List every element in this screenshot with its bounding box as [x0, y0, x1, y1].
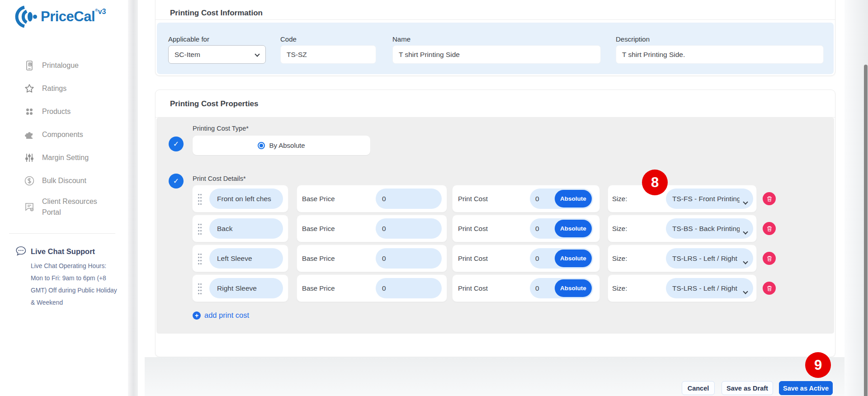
print-details-label: Print Cost Details*: [193, 175, 246, 182]
trash-icon: [766, 285, 773, 292]
size-label: Size:: [612, 215, 627, 242]
properties-card-title: Printing Cost Properties: [170, 99, 259, 108]
print-name-input[interactable]: Right Sleeve: [209, 278, 283, 298]
logo-version: ®v3: [95, 8, 106, 16]
sidebar-item-label: Components: [42, 129, 83, 140]
size-select[interactable]: TS-LRS - Left / Right F: [666, 248, 753, 269]
applicable-for-select[interactable]: SC-Item: [168, 45, 266, 64]
sidebar-item-margin-setting[interactable]: Margin Setting: [24, 150, 110, 165]
products-grid-icon: [24, 106, 35, 117]
add-print-cost-label: add print cost: [204, 311, 249, 320]
name-value: T shirt Printing Side: [399, 51, 460, 59]
base-price-label: Base Price: [302, 245, 335, 272]
sliders-icon: [24, 152, 35, 163]
size-label: Size:: [612, 245, 627, 272]
print-name-input[interactable]: Front on left ches: [209, 189, 283, 209]
drag-handle-icon[interactable]: [198, 193, 202, 205]
cancel-button[interactable]: Cancel: [682, 381, 715, 395]
print-cost-label: Print Cost: [458, 245, 488, 272]
size-card: Size: TS-LRS - Left / Right F: [608, 245, 757, 272]
absolute-toggle-button[interactable]: Absolute: [555, 190, 592, 207]
cost-type-label: Printing Cost Type*: [193, 125, 249, 132]
print-name-card: Back: [192, 215, 288, 242]
chevron-down-icon: [255, 52, 259, 57]
print-name-input[interactable]: Back: [209, 218, 283, 239]
print-cost-input[interactable]: 0 Absolute: [530, 248, 593, 269]
print-cost-input[interactable]: 0 Absolute: [530, 189, 593, 209]
add-print-cost-link[interactable]: + add print cost: [193, 311, 249, 320]
drag-handle-icon[interactable]: [198, 253, 202, 265]
print-cost-card: Print Cost 0 Absolute: [452, 245, 600, 272]
size-label: Size:: [612, 275, 627, 302]
size-card: Size: TS-FS - Front Printing: [608, 185, 757, 212]
save-as-active-button[interactable]: Save as Active: [779, 381, 833, 395]
absolute-toggle-button[interactable]: Absolute: [555, 279, 592, 297]
print-cost-card: Print Cost 0 Absolute: [452, 185, 600, 212]
page-scrollbar-thumb[interactable]: [864, 65, 868, 396]
size-label: Size:: [612, 185, 627, 212]
size-select[interactable]: TS-LRS - Left / Right F: [666, 278, 753, 298]
sidebar-item-label: Products: [42, 106, 71, 117]
info-card-divider: [156, 19, 835, 20]
base-price-label: Base Price: [302, 185, 335, 212]
base-price-input[interactable]: 0: [376, 189, 442, 209]
delete-row-button[interactable]: [763, 222, 776, 235]
base-price-card: Base Price 0: [297, 245, 447, 272]
sidebar-item-ratings[interactable]: Ratings: [24, 81, 110, 96]
sidebar-item-label: Printalogue: [42, 60, 79, 71]
delete-row-button[interactable]: [763, 192, 776, 205]
base-price-input[interactable]: 0: [376, 248, 442, 269]
trash-icon: [766, 226, 773, 232]
info-card-title: Printing Cost Information: [170, 9, 263, 18]
delete-row-button[interactable]: [763, 252, 776, 265]
base-price-card: Base Price 0: [297, 274, 447, 302]
sidebar-item-products[interactable]: Products: [24, 104, 110, 119]
code-label: Code: [280, 35, 297, 43]
base-price-card: Base Price 0: [297, 185, 447, 212]
drag-handle-icon[interactable]: [198, 223, 202, 235]
name-label: Name: [392, 35, 410, 43]
print-name-card: Front on left ches: [192, 185, 288, 212]
description-label: Description: [616, 35, 650, 43]
print-cost-row: Front on left ches Base Price 0 Print Co…: [0, 185, 868, 212]
print-name-input[interactable]: Left Sleeve: [209, 248, 283, 269]
puzzle-icon: [24, 129, 35, 140]
print-cost-input[interactable]: 0 Absolute: [530, 278, 593, 298]
base-price-input[interactable]: 0: [376, 218, 442, 239]
by-absolute-radio[interactable]: [258, 142, 265, 149]
trash-icon: [766, 255, 773, 262]
size-select[interactable]: TS-FS - Front Printing: [666, 189, 753, 209]
delete-row-button[interactable]: [763, 282, 776, 295]
print-cost-input[interactable]: 0 Absolute: [530, 218, 593, 239]
description-input[interactable]: T shirt Printing Side.: [616, 45, 824, 64]
sidebar-item-label: Margin Setting: [42, 152, 89, 163]
applicable-for-value: SC-Item: [175, 51, 200, 59]
name-input[interactable]: T shirt Printing Side: [392, 45, 601, 64]
print-cost-row: Back Base Price 0 Print Cost 0 Absolute …: [0, 215, 868, 242]
print-cost-label: Print Cost: [458, 185, 488, 212]
chevron-down-icon: [743, 229, 748, 234]
by-absolute-label: By Absolute: [269, 141, 305, 149]
base-price-input[interactable]: 0: [376, 278, 442, 298]
absolute-toggle-button[interactable]: Absolute: [555, 220, 592, 237]
page: PriceCal ®v3 Printalogue: [0, 0, 868, 396]
sidebar-item-components[interactable]: Components: [24, 127, 110, 142]
size-card: Size: TS-BS - Back Printing: [608, 215, 757, 242]
print-cost-label: Print Cost: [458, 275, 488, 302]
save-as-draft-button[interactable]: Save as Draft: [722, 381, 773, 395]
cost-type-check-icon[interactable]: ✓: [169, 137, 184, 151]
chevron-down-icon: [743, 199, 748, 204]
code-value: TS-SZ: [287, 51, 307, 59]
absolute-toggle-button[interactable]: Absolute: [555, 250, 592, 267]
code-input[interactable]: TS-SZ: [280, 45, 376, 64]
size-select[interactable]: TS-BS - Back Printing: [666, 218, 753, 239]
sidebar-item-printalogue[interactable]: Printalogue: [24, 58, 110, 73]
base-price-label: Base Price: [302, 215, 335, 242]
print-cost-label: Print Cost: [458, 215, 488, 242]
description-value: T shirt Printing Side.: [622, 51, 685, 59]
printalogue-icon: [24, 60, 35, 71]
applicable-for-label: Applicable for: [168, 35, 209, 43]
drag-handle-icon[interactable]: [198, 283, 202, 295]
logo-swirl-icon: [13, 5, 38, 29]
app-logo[interactable]: PriceCal ®v3: [13, 5, 106, 29]
